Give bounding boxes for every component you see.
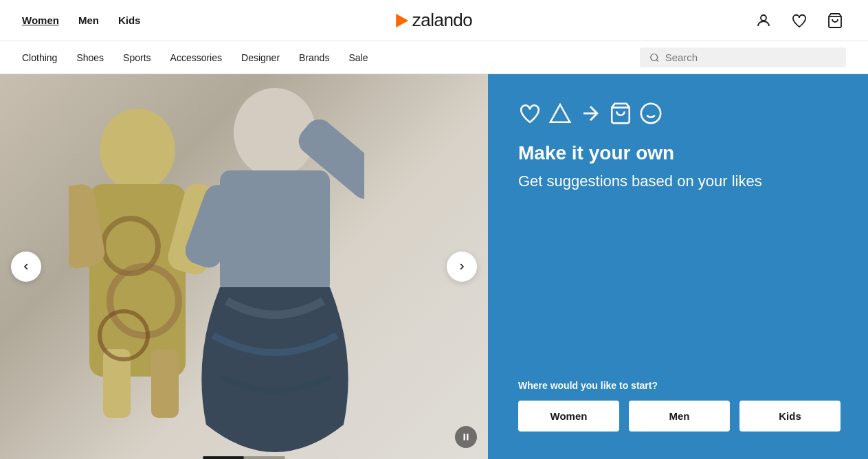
pause-icon — [461, 432, 471, 442]
nav-men[interactable]: Men — [78, 14, 99, 26]
cta-women-button[interactable]: Women — [518, 401, 619, 432]
top-nav-icons — [753, 10, 846, 32]
svg-rect-7 — [151, 349, 179, 418]
cart-icon — [827, 12, 843, 29]
cta-men-button[interactable]: Men — [629, 401, 730, 432]
hero-content-bottom: Where would you like to start? Women Men… — [518, 380, 841, 432]
cta-question: Where would you like to start? — [518, 380, 841, 391]
search-bar[interactable] — [640, 47, 846, 67]
svg-point-2 — [651, 54, 658, 60]
svg-point-0 — [761, 15, 766, 21]
nav-shoes[interactable]: Shoes — [76, 52, 104, 63]
account-icon — [755, 12, 772, 29]
hero-icon-row — [518, 102, 841, 125]
hero-figures — [0, 74, 488, 459]
hero-panel: Make it your own Get suggestions based o… — [488, 74, 868, 459]
svg-rect-14 — [220, 170, 330, 294]
top-nav: Women Men Kids zalando — [0, 0, 868, 41]
arrow-left-icon — [21, 261, 32, 272]
nav-accessories[interactable]: Accessories — [170, 52, 222, 63]
arrow-right-icon — [456, 261, 467, 272]
top-nav-links: Women Men Kids — [22, 14, 140, 26]
hero-image — [0, 74, 488, 459]
pause-button[interactable] — [455, 426, 477, 448]
svg-marker-19 — [550, 104, 570, 122]
logo-text: zalando — [412, 10, 473, 31]
progress-fill — [203, 456, 244, 459]
hero-section: Make it your own Get suggestions based o… — [0, 74, 868, 459]
heart-icon — [518, 102, 542, 125]
nav-sale[interactable]: Sale — [348, 52, 368, 63]
smiley-icon — [639, 102, 663, 125]
hero-content-top: Make it your own Get suggestions based o… — [518, 102, 841, 191]
hero-image-background — [0, 74, 488, 459]
nav-women[interactable]: Women — [22, 14, 59, 26]
prev-slide-button[interactable] — [11, 251, 41, 282]
svg-point-22 — [641, 104, 660, 123]
category-links: Clothing Shoes Sports Accessories Design… — [22, 52, 368, 63]
hero-headline: Make it your own — [518, 142, 841, 165]
nav-sports[interactable]: Sports — [123, 52, 151, 63]
triangle-icon — [548, 102, 572, 125]
search-icon — [649, 52, 660, 63]
wishlist-icon — [791, 12, 808, 29]
nav-clothing[interactable]: Clothing — [22, 52, 57, 63]
slideshow-progress — [203, 456, 285, 459]
search-input[interactable] — [665, 52, 836, 63]
nav-brands[interactable]: Brands — [299, 52, 329, 63]
account-button[interactable] — [753, 10, 775, 32]
hero-silhouette-right — [186, 81, 364, 452]
svg-line-3 — [656, 59, 658, 61]
svg-rect-17 — [464, 434, 465, 440]
wishlist-button[interactable] — [788, 10, 810, 32]
svg-point-4 — [100, 109, 175, 191]
bag-icon — [609, 102, 632, 125]
cta-kids-button[interactable]: Kids — [739, 401, 841, 432]
hero-subheadline: Get suggestions based on your likes — [518, 172, 841, 192]
cta-buttons: Women Men Kids — [518, 401, 841, 432]
logo-play-icon — [396, 14, 408, 27]
svg-rect-18 — [467, 434, 468, 440]
large-arrow-right-icon — [579, 102, 602, 125]
second-nav: Clothing Shoes Sports Accessories Design… — [0, 41, 868, 74]
nav-kids[interactable]: Kids — [118, 14, 141, 26]
nav-designer[interactable]: Designer — [241, 52, 280, 63]
next-slide-button[interactable] — [447, 251, 477, 282]
logo[interactable]: zalando — [396, 10, 473, 31]
cart-button[interactable] — [824, 10, 846, 32]
